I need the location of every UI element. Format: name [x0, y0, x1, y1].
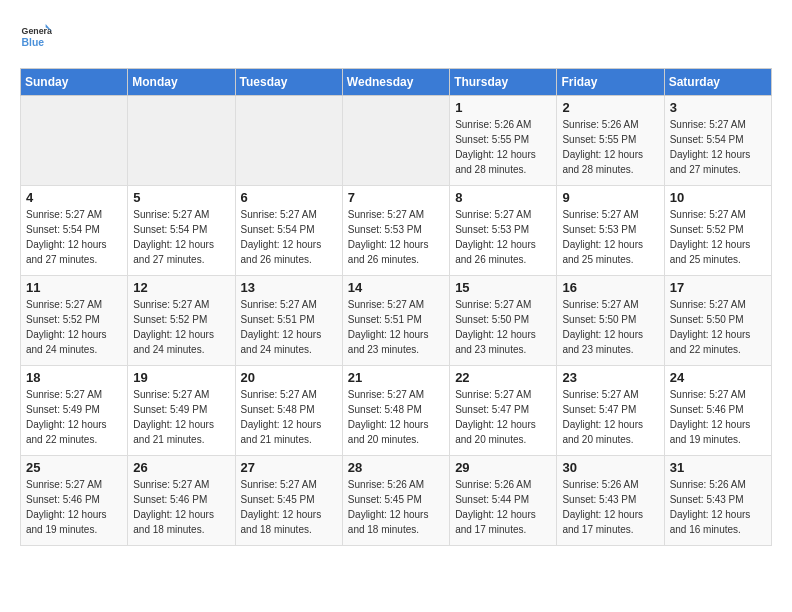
day-cell — [21, 96, 128, 186]
day-number: 2 — [562, 100, 658, 115]
day-cell: 15Sunrise: 5:27 AM Sunset: 5:50 PM Dayli… — [450, 276, 557, 366]
day-number: 10 — [670, 190, 766, 205]
day-cell: 8Sunrise: 5:27 AM Sunset: 5:53 PM Daylig… — [450, 186, 557, 276]
day-info: Sunrise: 5:27 AM Sunset: 5:46 PM Dayligh… — [26, 477, 122, 537]
day-cell: 21Sunrise: 5:27 AM Sunset: 5:48 PM Dayli… — [342, 366, 449, 456]
day-number: 5 — [133, 190, 229, 205]
day-info: Sunrise: 5:27 AM Sunset: 5:54 PM Dayligh… — [133, 207, 229, 267]
day-info: Sunrise: 5:26 AM Sunset: 5:45 PM Dayligh… — [348, 477, 444, 537]
day-number: 27 — [241, 460, 337, 475]
day-cell: 19Sunrise: 5:27 AM Sunset: 5:49 PM Dayli… — [128, 366, 235, 456]
day-info: Sunrise: 5:27 AM Sunset: 5:50 PM Dayligh… — [562, 297, 658, 357]
week-row-5: 25Sunrise: 5:27 AM Sunset: 5:46 PM Dayli… — [21, 456, 772, 546]
day-info: Sunrise: 5:27 AM Sunset: 5:47 PM Dayligh… — [455, 387, 551, 447]
day-info: Sunrise: 5:26 AM Sunset: 5:44 PM Dayligh… — [455, 477, 551, 537]
day-number: 31 — [670, 460, 766, 475]
day-info: Sunrise: 5:27 AM Sunset: 5:49 PM Dayligh… — [133, 387, 229, 447]
day-cell: 11Sunrise: 5:27 AM Sunset: 5:52 PM Dayli… — [21, 276, 128, 366]
day-info: Sunrise: 5:27 AM Sunset: 5:53 PM Dayligh… — [562, 207, 658, 267]
calendar-table: SundayMondayTuesdayWednesdayThursdayFrid… — [20, 68, 772, 546]
day-info: Sunrise: 5:26 AM Sunset: 5:43 PM Dayligh… — [562, 477, 658, 537]
day-number: 23 — [562, 370, 658, 385]
day-cell: 24Sunrise: 5:27 AM Sunset: 5:46 PM Dayli… — [664, 366, 771, 456]
day-info: Sunrise: 5:27 AM Sunset: 5:48 PM Dayligh… — [241, 387, 337, 447]
day-number: 29 — [455, 460, 551, 475]
day-info: Sunrise: 5:27 AM Sunset: 5:47 PM Dayligh… — [562, 387, 658, 447]
day-number: 30 — [562, 460, 658, 475]
day-number: 28 — [348, 460, 444, 475]
header-row: SundayMondayTuesdayWednesdayThursdayFrid… — [21, 69, 772, 96]
day-number: 24 — [670, 370, 766, 385]
day-cell — [128, 96, 235, 186]
day-number: 18 — [26, 370, 122, 385]
day-info: Sunrise: 5:27 AM Sunset: 5:54 PM Dayligh… — [670, 117, 766, 177]
day-cell: 12Sunrise: 5:27 AM Sunset: 5:52 PM Dayli… — [128, 276, 235, 366]
day-cell: 2Sunrise: 5:26 AM Sunset: 5:55 PM Daylig… — [557, 96, 664, 186]
day-cell: 27Sunrise: 5:27 AM Sunset: 5:45 PM Dayli… — [235, 456, 342, 546]
day-info: Sunrise: 5:27 AM Sunset: 5:46 PM Dayligh… — [670, 387, 766, 447]
page-header: GeneralBlue — [20, 20, 772, 52]
day-info: Sunrise: 5:27 AM Sunset: 5:52 PM Dayligh… — [26, 297, 122, 357]
day-info: Sunrise: 5:27 AM Sunset: 5:52 PM Dayligh… — [133, 297, 229, 357]
day-cell: 28Sunrise: 5:26 AM Sunset: 5:45 PM Dayli… — [342, 456, 449, 546]
logo-icon: GeneralBlue — [20, 20, 52, 52]
day-number: 3 — [670, 100, 766, 115]
column-header-saturday: Saturday — [664, 69, 771, 96]
day-info: Sunrise: 5:26 AM Sunset: 5:55 PM Dayligh… — [562, 117, 658, 177]
column-header-friday: Friday — [557, 69, 664, 96]
day-cell — [342, 96, 449, 186]
day-cell: 5Sunrise: 5:27 AM Sunset: 5:54 PM Daylig… — [128, 186, 235, 276]
day-info: Sunrise: 5:27 AM Sunset: 5:53 PM Dayligh… — [455, 207, 551, 267]
day-info: Sunrise: 5:26 AM Sunset: 5:43 PM Dayligh… — [670, 477, 766, 537]
day-number: 7 — [348, 190, 444, 205]
day-number: 19 — [133, 370, 229, 385]
day-info: Sunrise: 5:27 AM Sunset: 5:50 PM Dayligh… — [670, 297, 766, 357]
day-number: 6 — [241, 190, 337, 205]
day-cell: 23Sunrise: 5:27 AM Sunset: 5:47 PM Dayli… — [557, 366, 664, 456]
day-info: Sunrise: 5:27 AM Sunset: 5:49 PM Dayligh… — [26, 387, 122, 447]
day-number: 21 — [348, 370, 444, 385]
day-number: 25 — [26, 460, 122, 475]
day-number: 12 — [133, 280, 229, 295]
day-number: 17 — [670, 280, 766, 295]
column-header-tuesday: Tuesday — [235, 69, 342, 96]
day-cell: 31Sunrise: 5:26 AM Sunset: 5:43 PM Dayli… — [664, 456, 771, 546]
day-number: 26 — [133, 460, 229, 475]
day-number: 4 — [26, 190, 122, 205]
day-number: 9 — [562, 190, 658, 205]
week-row-2: 4Sunrise: 5:27 AM Sunset: 5:54 PM Daylig… — [21, 186, 772, 276]
day-cell: 10Sunrise: 5:27 AM Sunset: 5:52 PM Dayli… — [664, 186, 771, 276]
day-cell: 16Sunrise: 5:27 AM Sunset: 5:50 PM Dayli… — [557, 276, 664, 366]
day-info: Sunrise: 5:27 AM Sunset: 5:50 PM Dayligh… — [455, 297, 551, 357]
day-cell: 3Sunrise: 5:27 AM Sunset: 5:54 PM Daylig… — [664, 96, 771, 186]
svg-text:Blue: Blue — [22, 37, 45, 48]
day-cell: 1Sunrise: 5:26 AM Sunset: 5:55 PM Daylig… — [450, 96, 557, 186]
day-number: 22 — [455, 370, 551, 385]
column-header-thursday: Thursday — [450, 69, 557, 96]
week-row-1: 1Sunrise: 5:26 AM Sunset: 5:55 PM Daylig… — [21, 96, 772, 186]
day-number: 1 — [455, 100, 551, 115]
day-number: 8 — [455, 190, 551, 205]
day-cell: 9Sunrise: 5:27 AM Sunset: 5:53 PM Daylig… — [557, 186, 664, 276]
day-cell — [235, 96, 342, 186]
day-cell: 14Sunrise: 5:27 AM Sunset: 5:51 PM Dayli… — [342, 276, 449, 366]
day-info: Sunrise: 5:27 AM Sunset: 5:54 PM Dayligh… — [26, 207, 122, 267]
column-header-wednesday: Wednesday — [342, 69, 449, 96]
day-number: 15 — [455, 280, 551, 295]
week-row-3: 11Sunrise: 5:27 AM Sunset: 5:52 PM Dayli… — [21, 276, 772, 366]
day-cell: 20Sunrise: 5:27 AM Sunset: 5:48 PM Dayli… — [235, 366, 342, 456]
day-cell: 25Sunrise: 5:27 AM Sunset: 5:46 PM Dayli… — [21, 456, 128, 546]
day-info: Sunrise: 5:27 AM Sunset: 5:52 PM Dayligh… — [670, 207, 766, 267]
day-info: Sunrise: 5:27 AM Sunset: 5:51 PM Dayligh… — [348, 297, 444, 357]
day-number: 20 — [241, 370, 337, 385]
day-cell: 22Sunrise: 5:27 AM Sunset: 5:47 PM Dayli… — [450, 366, 557, 456]
week-row-4: 18Sunrise: 5:27 AM Sunset: 5:49 PM Dayli… — [21, 366, 772, 456]
day-number: 16 — [562, 280, 658, 295]
day-number: 14 — [348, 280, 444, 295]
column-header-sunday: Sunday — [21, 69, 128, 96]
logo: GeneralBlue — [20, 20, 52, 52]
day-cell: 13Sunrise: 5:27 AM Sunset: 5:51 PM Dayli… — [235, 276, 342, 366]
day-cell: 29Sunrise: 5:26 AM Sunset: 5:44 PM Dayli… — [450, 456, 557, 546]
day-cell: 18Sunrise: 5:27 AM Sunset: 5:49 PM Dayli… — [21, 366, 128, 456]
day-info: Sunrise: 5:27 AM Sunset: 5:53 PM Dayligh… — [348, 207, 444, 267]
